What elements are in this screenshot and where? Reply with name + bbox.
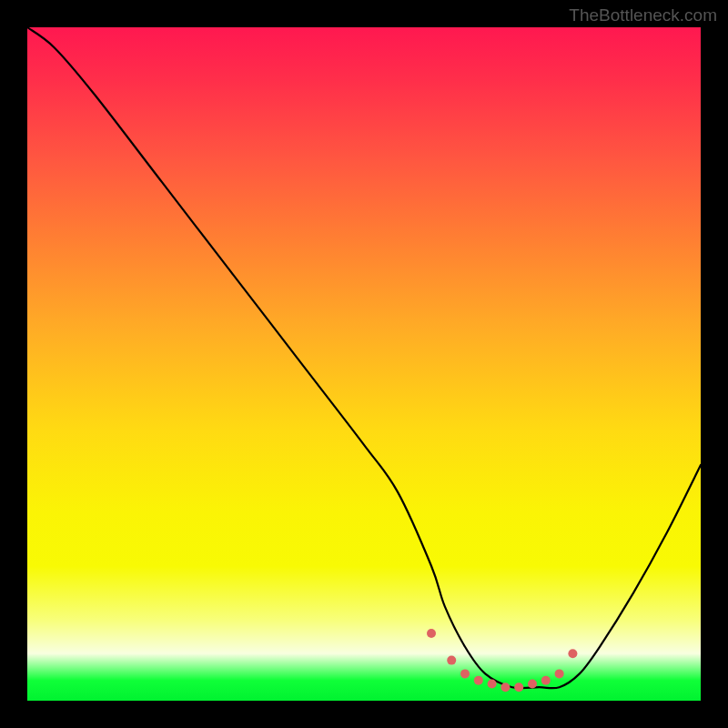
valley-marker [541,676,551,685]
valley-markers-group [427,629,577,692]
plot-area [27,27,701,701]
watermark-text: TheBottleneck.com [569,5,717,25]
valley-marker [474,676,483,685]
valley-marker [500,682,510,692]
valley-marker [447,656,456,665]
valley-marker [568,649,577,658]
valley-marker [488,680,497,689]
valley-marker [427,629,436,638]
bottleneck-curve-path [27,27,701,688]
valley-marker [528,680,537,689]
valley-marker [514,682,523,692]
chart-svg [27,27,701,701]
valley-marker [460,669,470,678]
valley-marker [555,669,564,678]
